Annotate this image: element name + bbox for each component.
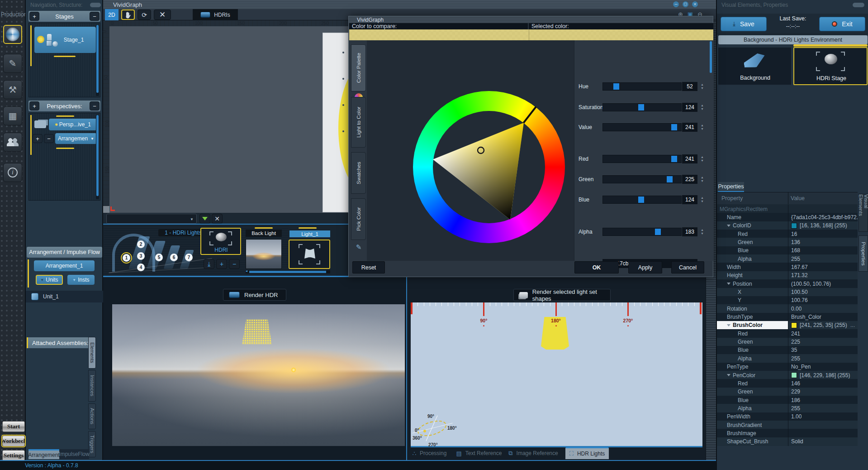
value-spinner[interactable]: ▲▼ (699, 123, 705, 132)
expand-icon[interactable] (727, 324, 730, 326)
more-button[interactable]: ... (850, 322, 855, 328)
light-node-4[interactable]: 4 (137, 264, 145, 271)
filter-combobox[interactable]: ▼ (106, 214, 197, 224)
table-row[interactable]: Red16 (717, 230, 858, 238)
table-row[interactable]: Green225 (717, 338, 858, 346)
table-row[interactable]: Red146 (717, 379, 858, 388)
unit-row[interactable]: Unit_1 (26, 291, 103, 302)
saturation-value[interactable]: 124 (682, 103, 697, 112)
slider-handle[interactable] (671, 124, 677, 130)
table-row[interactable]: Blue168 (717, 246, 858, 255)
table-row[interactable]: Y100.76 (717, 296, 858, 305)
add-light-button[interactable]: + (216, 259, 227, 269)
tab-light-1[interactable]: Light_1 (289, 230, 330, 237)
perspectives-remove-button[interactable]: − (90, 101, 100, 110)
team-tool-button[interactable] (3, 133, 22, 152)
table-row[interactable]: Green136 (717, 238, 858, 246)
expand-icon[interactable] (727, 225, 730, 227)
dialog-tab-light-to-color[interactable]: Light to Color (351, 97, 366, 148)
red-value[interactable]: 241 (682, 154, 697, 163)
blue-slider[interactable] (602, 196, 682, 204)
start-button[interactable]: Start (2, 421, 25, 432)
value-value[interactable]: 241 (682, 123, 697, 132)
slider-handle[interactable] (613, 83, 619, 90)
persp-scrollbar[interactable] (96, 115, 99, 199)
tab-arrangement[interactable]: Arrangement (28, 449, 59, 459)
rotate-tool-button[interactable]: ⟳ (138, 10, 151, 20)
sv-triangle[interactable] (413, 91, 565, 243)
red-slider[interactable] (602, 155, 682, 163)
table-row[interactable]: BrushImage (717, 429, 858, 437)
save-button[interactable]: ⤓ Save (721, 17, 767, 31)
perspective-item[interactable]: ✱ Persp...ive_1 (49, 119, 97, 130)
table-row[interactable]: ShapeCut_BrushSolid (717, 437, 858, 446)
light-node-2[interactable]: 2 (137, 240, 145, 248)
table-row[interactable]: Green229 (717, 388, 858, 396)
tab-processing[interactable]: ∴Processing (408, 447, 451, 459)
green-slider[interactable] (602, 175, 682, 183)
table-row[interactable]: Red241 (717, 329, 858, 338)
render-light-shapes-button[interactable]: Render selected light set shapes (513, 289, 611, 301)
insts-button[interactable]: ▼Insts (67, 275, 95, 285)
background-card[interactable]: Background (718, 47, 792, 85)
light-angle-canvas[interactable]: 0°90°180°270°360° 90°180°270° (411, 302, 702, 447)
slider-handle[interactable] (667, 176, 673, 182)
editor-titlebar[interactable]: VividGraph – ▢ × (103, 0, 716, 9)
alpha-slider[interactable] (602, 228, 682, 236)
saturation-slider[interactable] (602, 103, 682, 111)
perspectives-add-button[interactable]: + (29, 101, 39, 110)
render-hdr-button[interactable]: Render HDR (223, 289, 286, 301)
table-row[interactable]: Alpha255 (717, 404, 858, 412)
compass-handle[interactable] (423, 430, 426, 432)
maximize-icon[interactable]: ▢ (683, 1, 688, 7)
table-row[interactable]: Alpha255 (717, 254, 858, 263)
table-row[interactable]: Blue186 (717, 396, 858, 404)
blue-value[interactable]: 124 (682, 195, 697, 204)
units-button[interactable]: ▼Units (36, 275, 63, 285)
hue-value[interactable]: 52 (682, 82, 697, 91)
saturation-spinner[interactable]: ▲▼ (699, 103, 705, 112)
exit-button[interactable]: Exit (819, 17, 865, 31)
slider-handle[interactable] (655, 229, 661, 235)
table-row[interactable]: Width167.67 (717, 263, 858, 271)
rotation-compass[interactable]: 0°90°180°270°360° (411, 409, 460, 450)
lights-hscrollbar[interactable]: ◂ (246, 270, 330, 273)
table-row[interactable]: Position(100.50, 100.76) (717, 279, 858, 288)
light-node-5[interactable]: 5 (155, 254, 163, 261)
green-value[interactable]: 225 (682, 175, 697, 184)
light-1-card[interactable] (289, 240, 330, 269)
hand-tool-button[interactable] (121, 10, 135, 20)
alpha-value[interactable]: 183 (682, 227, 697, 236)
filter-funnel-button[interactable] (199, 214, 210, 224)
sidetab-instances[interactable]: Instances (88, 370, 96, 402)
tab-hdr-lights[interactable]: ⛶HDR Lights (565, 447, 609, 459)
table-row[interactable]: Blue35 (717, 346, 858, 355)
light-node-6[interactable]: 6 (170, 254, 178, 261)
green-spinner[interactable]: ▲▼ (699, 175, 705, 184)
table-row[interactable]: BrushGradient (717, 421, 858, 429)
red-spinner[interactable]: ▲▼ (699, 154, 705, 163)
value-slider[interactable] (602, 123, 682, 131)
hue-spinner[interactable]: ▲▼ (699, 82, 705, 91)
apply-button[interactable]: Apply (628, 261, 662, 273)
minimize-icon[interactable]: – (673, 1, 679, 7)
workbech-button[interactable]: Workbech (2, 436, 25, 446)
col-property[interactable]: Property (721, 195, 743, 201)
tab-impulseflow[interactable]: ImpulseFlow (59, 449, 89, 459)
film-tool-button[interactable]: ▦ (3, 106, 22, 125)
table-row[interactable]: Name{7ada1c04-25c3-4dbf-b972... (717, 213, 858, 221)
light-node-7[interactable]: 7 (185, 254, 193, 261)
persp-remove-button[interactable]: − (44, 134, 54, 143)
blue-spinner[interactable]: ▲▼ (699, 195, 705, 204)
dialog-tab-pick-color[interactable]: Pick Color (351, 198, 366, 240)
expand-icon[interactable] (727, 374, 730, 376)
remove-light-button[interactable]: − (229, 259, 240, 269)
arrangement-item[interactable]: Arrangement_1 (34, 260, 95, 271)
info-tool-button[interactable]: i (3, 163, 22, 182)
close-icon[interactable]: × (692, 1, 698, 7)
slider-handle[interactable] (671, 156, 677, 162)
globe-tool-button[interactable] (3, 25, 22, 44)
table-row[interactable]: ColorID[16, 136, 168] (255) (717, 221, 858, 230)
table-row[interactable]: PenColor[146, 229, 186] (255) (717, 371, 858, 379)
stages-remove-button[interactable]: − (90, 12, 100, 21)
